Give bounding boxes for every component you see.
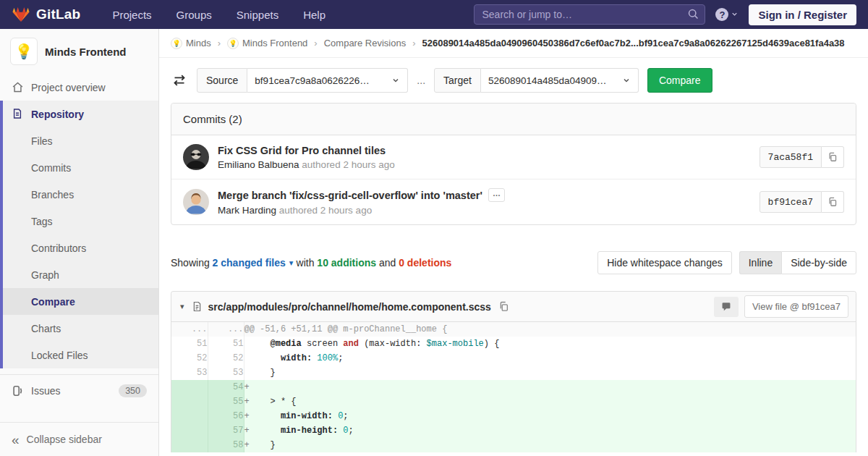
- sidebar-item-charts[interactable]: Charts: [3, 315, 158, 342]
- comment-icon: [721, 302, 731, 312]
- commit-meta-text: authored 2 hours ago: [302, 159, 394, 170]
- toggle-comments-button[interactable]: [714, 297, 739, 317]
- code-line: + }: [244, 438, 856, 452]
- diff-added-row: 58 + }: [171, 438, 856, 452]
- compare-form: Source bf91cea7c9a8a0626226… ... Target …: [171, 68, 856, 93]
- sidebar-item-compare[interactable]: Compare: [3, 288, 158, 315]
- diff-added-row: 55 + > * {: [171, 394, 856, 409]
- breadcrumb-compare-revisions[interactable]: Compare Revisions: [324, 38, 406, 48]
- hide-whitespace-button[interactable]: Hide whitespace changes: [597, 251, 732, 274]
- code-line: + min-height: 0;: [244, 423, 856, 438]
- sidebar-item-project-overview[interactable]: Project overview: [0, 74, 158, 101]
- top-navbar: GitLab Projects Groups Snippets Help ? S…: [0, 0, 868, 29]
- commit-meta-text: authored 2 hours ago: [279, 205, 372, 216]
- new-line-number[interactable]: 52: [208, 351, 244, 366]
- old-line-number[interactable]: 51: [171, 337, 208, 351]
- commit-message-expander[interactable]: …: [488, 188, 505, 202]
- nav-link-groups[interactable]: Groups: [176, 9, 212, 21]
- new-line-number[interactable]: 56: [208, 409, 244, 423]
- old-line-number[interactable]: [171, 380, 208, 394]
- diff-hunk-row: ... ... @@ -51,6 +51,11 @@ m-proChannel_…: [171, 322, 856, 337]
- chevron-down-icon: [731, 9, 739, 20]
- sidebar-item-contributors[interactable]: Contributors: [3, 235, 158, 261]
- avatar[interactable]: [183, 144, 209, 170]
- collapse-sidebar-button[interactable]: « Collapse sidebar: [0, 422, 158, 456]
- document-icon: [12, 108, 24, 120]
- copy-sha-button[interactable]: [822, 191, 844, 213]
- avatar[interactable]: [183, 189, 209, 215]
- copy-sha-button[interactable]: [822, 146, 844, 168]
- sidebar-item-repository[interactable]: Repository: [3, 101, 158, 127]
- project-context[interactable]: 💡 Minds Frontend: [0, 29, 158, 74]
- question-icon: ?: [715, 8, 728, 21]
- target-ref-dropdown[interactable]: 526089014a485da04909…: [481, 68, 639, 93]
- nav-link-help[interactable]: Help: [303, 9, 326, 21]
- code-line: @media screen and (max-width: $max-mobil…: [244, 337, 856, 351]
- sign-in-register-button[interactable]: Sign in / Register: [749, 4, 856, 25]
- old-line-number[interactable]: 52: [171, 351, 208, 366]
- source-ref-dropdown[interactable]: bf91cea7c9a8a0626226…: [247, 68, 408, 93]
- compare-button[interactable]: Compare: [647, 68, 712, 93]
- commit-author[interactable]: Emiliano Balbuena: [218, 159, 299, 170]
- new-line-number[interactable]: 53: [208, 366, 244, 380]
- diff-controls: Showing 2 changed files ▾ with 10 additi…: [171, 251, 856, 274]
- sidebar-item-locked-files[interactable]: Locked Files: [3, 342, 158, 368]
- old-line-number[interactable]: [171, 438, 208, 452]
- search-input[interactable]: [474, 4, 705, 25]
- sidebar-item-tags[interactable]: Tags: [3, 208, 158, 235]
- new-line-number[interactable]: 57: [208, 423, 244, 438]
- commit-sha[interactable]: bf91cea7: [760, 191, 822, 213]
- chevron-down-icon: [622, 76, 631, 85]
- additions-count: 10 additions: [317, 257, 376, 269]
- old-line-number[interactable]: [171, 423, 208, 438]
- view-file-button[interactable]: View file @ bf91cea7: [744, 295, 848, 318]
- ref-separator: ...: [417, 75, 425, 86]
- collapse-diff-caret-icon[interactable]: ▾: [179, 300, 186, 313]
- new-line-number[interactable]: 58: [208, 438, 244, 452]
- code-line: +: [244, 380, 856, 394]
- sidebar-item-branches[interactable]: Branches: [3, 181, 158, 208]
- sidebar-nav: Project overview Repository Files Commit…: [0, 74, 158, 407]
- nav-link-snippets[interactable]: Snippets: [237, 9, 278, 21]
- file-icon: [192, 301, 203, 312]
- nav-link-projects[interactable]: Projects: [112, 9, 151, 21]
- sidebar-item-issues[interactable]: Issues 350: [0, 375, 158, 407]
- help-menu[interactable]: ?: [715, 8, 739, 21]
- commit-author[interactable]: Mark Harding: [218, 205, 276, 216]
- code-line: + min-width: 0;: [244, 409, 856, 423]
- old-line-number[interactable]: [171, 394, 208, 409]
- code-line: width: 100%;: [244, 351, 856, 366]
- inline-view-button[interactable]: Inline: [739, 251, 781, 274]
- sidebar-item-files[interactable]: Files: [3, 127, 158, 154]
- source-label: Source: [197, 68, 247, 93]
- target-ref-group: Target 526089014a485da04909…: [434, 68, 639, 93]
- old-line-number[interactable]: 53: [171, 366, 208, 380]
- breadcrumb-project[interactable]: 💡 Minds Frontend: [227, 38, 307, 49]
- new-line-number[interactable]: 54: [208, 380, 244, 394]
- chevron-down-icon: [391, 76, 400, 85]
- project-crumb-avatar: 💡: [227, 38, 239, 49]
- source-ref-value: bf91cea7c9a8a0626226…: [255, 75, 369, 86]
- breadcrumb-group[interactable]: 💡 Minds: [171, 38, 211, 49]
- commit-sha[interactable]: 7aca58f1: [760, 146, 822, 168]
- diff-file-path[interactable]: src/app/modules/pro/channel/home/home.co…: [208, 301, 491, 313]
- copy-file-path-button[interactable]: [497, 300, 511, 313]
- new-line-number[interactable]: 55: [208, 394, 244, 409]
- gitlab-wordmark: GitLab: [36, 7, 80, 22]
- project-sidebar: 💡 Minds Frontend Project overview Reposi…: [0, 29, 159, 456]
- gitlab-logo[interactable]: GitLab: [12, 5, 80, 24]
- commit-title[interactable]: Merge branch 'fix/css-grid-cell-overflow…: [218, 190, 482, 201]
- swap-revisions-button[interactable]: [171, 72, 188, 89]
- sidebar-item-graph[interactable]: Graph: [3, 261, 158, 288]
- commit-title[interactable]: Fix CSS Grid for Pro channel tiles: [218, 145, 386, 156]
- side-by-side-view-button[interactable]: Side-by-side: [781, 251, 856, 274]
- main-nav: Projects Groups Snippets Help: [112, 9, 326, 21]
- breadcrumb: 💡 Minds › 💡 Minds Frontend › Compare Rev…: [159, 29, 868, 58]
- project-title: Minds Frontend: [45, 46, 127, 58]
- source-ref-group: Source bf91cea7c9a8a0626226…: [197, 68, 408, 93]
- caret-down-icon: ▾: [289, 258, 293, 268]
- changed-files-dropdown[interactable]: 2 changed files ▾: [213, 257, 294, 269]
- new-line-number[interactable]: 51: [208, 337, 244, 351]
- old-line-number[interactable]: [171, 409, 208, 423]
- sidebar-item-commits[interactable]: Commits: [3, 154, 158, 181]
